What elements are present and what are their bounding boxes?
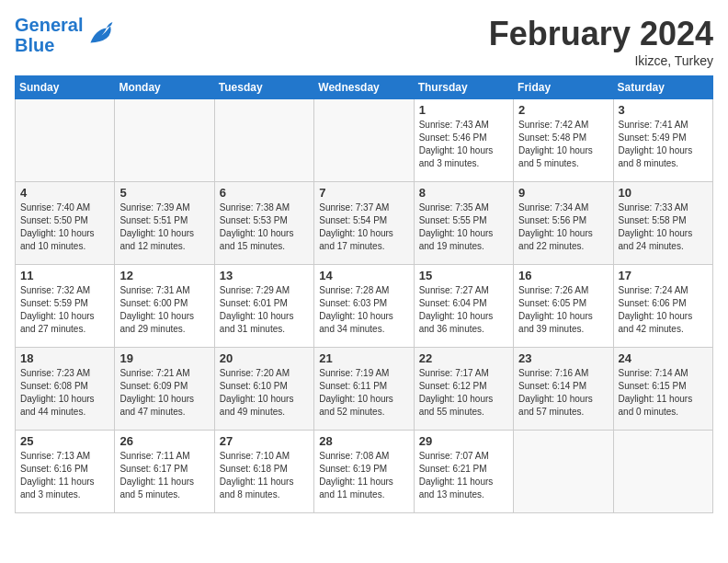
- weekday-header-friday: Friday: [514, 76, 613, 99]
- day-info: Sunrise: 7:37 AM Sunset: 5:54 PM Dayligh…: [319, 201, 408, 253]
- logo-blue: Blue: [15, 35, 83, 55]
- day-number: 4: [20, 186, 109, 200]
- day-number: 3: [619, 103, 708, 117]
- calendar-cell: [514, 431, 613, 513]
- weekday-header-saturday: Saturday: [613, 76, 712, 99]
- day-number: 8: [419, 186, 508, 200]
- day-info: Sunrise: 7:13 AM Sunset: 6:16 PM Dayligh…: [20, 450, 109, 501]
- day-number: 28: [319, 434, 408, 448]
- day-info: Sunrise: 7:14 AM Sunset: 6:15 PM Dayligh…: [619, 367, 708, 419]
- day-info: Sunrise: 7:17 AM Sunset: 6:12 PM Dayligh…: [419, 367, 508, 419]
- logo-bird-icon: [85, 22, 114, 48]
- calendar-cell: 4Sunrise: 7:40 AM Sunset: 5:50 PM Daylig…: [16, 182, 115, 265]
- day-info: Sunrise: 7:23 AM Sunset: 6:08 PM Dayligh…: [20, 367, 109, 419]
- calendar-week-row: 18Sunrise: 7:23 AM Sunset: 6:08 PM Dayli…: [16, 348, 713, 431]
- calendar-cell: [613, 431, 712, 513]
- calendar-week-row: 1Sunrise: 7:43 AM Sunset: 5:46 PM Daylig…: [16, 99, 713, 182]
- calendar-week-row: 11Sunrise: 7:32 AM Sunset: 5:59 PM Dayli…: [16, 265, 713, 348]
- calendar-week-row: 25Sunrise: 7:13 AM Sunset: 6:16 PM Dayli…: [16, 431, 713, 513]
- day-number: 9: [518, 186, 608, 200]
- day-number: 15: [419, 269, 508, 282]
- calendar-cell: 17Sunrise: 7:24 AM Sunset: 6:06 PM Dayli…: [613, 265, 712, 348]
- calendar-cell: 7Sunrise: 7:37 AM Sunset: 5:54 PM Daylig…: [314, 182, 414, 265]
- month-title: February 2024: [489, 15, 713, 53]
- day-number: 11: [20, 269, 109, 282]
- day-info: Sunrise: 7:20 AM Sunset: 6:10 PM Dayligh…: [220, 367, 309, 419]
- day-info: Sunrise: 7:32 AM Sunset: 5:59 PM Dayligh…: [20, 284, 109, 336]
- day-number: 2: [518, 103, 608, 117]
- calendar-cell: 5Sunrise: 7:39 AM Sunset: 5:51 PM Daylig…: [115, 182, 214, 265]
- calendar-cell: 27Sunrise: 7:10 AM Sunset: 6:18 PM Dayli…: [214, 431, 313, 513]
- calendar-table: SundayMondayTuesdayWednesdayThursdayFrid…: [15, 75, 713, 513]
- calendar-cell: 21Sunrise: 7:19 AM Sunset: 6:11 PM Dayli…: [314, 348, 414, 431]
- day-info: Sunrise: 7:34 AM Sunset: 5:56 PM Dayligh…: [518, 201, 608, 253]
- day-info: Sunrise: 7:40 AM Sunset: 5:50 PM Dayligh…: [20, 201, 109, 253]
- weekday-header-sunday: Sunday: [16, 76, 115, 99]
- calendar-week-row: 4Sunrise: 7:40 AM Sunset: 5:50 PM Daylig…: [16, 182, 713, 265]
- weekday-header-monday: Monday: [115, 76, 214, 99]
- day-number: 10: [619, 186, 708, 200]
- location-text: Ikizce, Turkey: [489, 53, 713, 68]
- day-info: Sunrise: 7:41 AM Sunset: 5:49 PM Dayligh…: [619, 119, 708, 170]
- day-number: 24: [619, 351, 708, 365]
- day-number: 16: [518, 269, 608, 282]
- calendar-cell: 11Sunrise: 7:32 AM Sunset: 5:59 PM Dayli…: [16, 265, 115, 348]
- calendar-cell: [214, 99, 313, 182]
- day-info: Sunrise: 7:08 AM Sunset: 6:19 PM Dayligh…: [319, 450, 408, 501]
- day-number: 29: [419, 434, 508, 448]
- day-info: Sunrise: 7:10 AM Sunset: 6:18 PM Dayligh…: [220, 450, 309, 501]
- weekday-header-tuesday: Tuesday: [214, 76, 313, 99]
- day-number: 27: [220, 434, 309, 448]
- day-number: 13: [220, 269, 309, 282]
- day-info: Sunrise: 7:24 AM Sunset: 6:06 PM Dayligh…: [619, 284, 708, 336]
- day-number: 20: [220, 351, 309, 365]
- day-number: 18: [20, 351, 109, 365]
- day-number: 21: [319, 351, 408, 365]
- calendar-cell: 15Sunrise: 7:27 AM Sunset: 6:04 PM Dayli…: [414, 265, 513, 348]
- calendar-cell: 2Sunrise: 7:42 AM Sunset: 5:48 PM Daylig…: [514, 99, 613, 182]
- calendar-cell: 13Sunrise: 7:29 AM Sunset: 6:01 PM Dayli…: [214, 265, 313, 348]
- calendar-cell: 10Sunrise: 7:33 AM Sunset: 5:58 PM Dayli…: [613, 182, 712, 265]
- calendar-cell: 12Sunrise: 7:31 AM Sunset: 6:00 PM Dayli…: [115, 265, 214, 348]
- logo: General Blue: [15, 15, 114, 55]
- day-number: 14: [319, 269, 408, 282]
- day-info: Sunrise: 7:27 AM Sunset: 6:04 PM Dayligh…: [419, 284, 508, 336]
- day-info: Sunrise: 7:31 AM Sunset: 6:00 PM Dayligh…: [119, 284, 209, 336]
- day-info: Sunrise: 7:29 AM Sunset: 6:01 PM Dayligh…: [220, 284, 309, 336]
- calendar-cell: 3Sunrise: 7:41 AM Sunset: 5:49 PM Daylig…: [613, 99, 712, 182]
- calendar-cell: 26Sunrise: 7:11 AM Sunset: 6:17 PM Dayli…: [115, 431, 214, 513]
- day-number: 19: [119, 351, 209, 365]
- weekday-header-thursday: Thursday: [414, 76, 513, 99]
- day-info: Sunrise: 7:38 AM Sunset: 5:53 PM Dayligh…: [220, 201, 309, 253]
- day-info: Sunrise: 7:19 AM Sunset: 6:11 PM Dayligh…: [319, 367, 408, 419]
- day-number: 6: [220, 186, 309, 200]
- day-number: 25: [20, 434, 109, 448]
- day-info: Sunrise: 7:33 AM Sunset: 5:58 PM Dayligh…: [619, 201, 708, 253]
- day-info: Sunrise: 7:28 AM Sunset: 6:03 PM Dayligh…: [319, 284, 408, 336]
- day-number: 12: [119, 269, 209, 282]
- calendar-cell: 19Sunrise: 7:21 AM Sunset: 6:09 PM Dayli…: [115, 348, 214, 431]
- day-number: 26: [119, 434, 209, 448]
- day-info: Sunrise: 7:07 AM Sunset: 6:21 PM Dayligh…: [419, 450, 508, 501]
- calendar-cell: 16Sunrise: 7:26 AM Sunset: 6:05 PM Dayli…: [514, 265, 613, 348]
- day-number: 17: [619, 269, 708, 282]
- calendar-cell: 9Sunrise: 7:34 AM Sunset: 5:56 PM Daylig…: [514, 182, 613, 265]
- day-info: Sunrise: 7:42 AM Sunset: 5:48 PM Dayligh…: [518, 119, 608, 170]
- day-number: 22: [419, 351, 508, 365]
- calendar-cell: 6Sunrise: 7:38 AM Sunset: 5:53 PM Daylig…: [214, 182, 313, 265]
- day-info: Sunrise: 7:39 AM Sunset: 5:51 PM Dayligh…: [119, 201, 209, 253]
- day-info: Sunrise: 7:43 AM Sunset: 5:46 PM Dayligh…: [419, 119, 508, 170]
- weekday-header-row: SundayMondayTuesdayWednesdayThursdayFrid…: [16, 76, 713, 99]
- calendar-cell: 23Sunrise: 7:16 AM Sunset: 6:14 PM Dayli…: [514, 348, 613, 431]
- day-info: Sunrise: 7:35 AM Sunset: 5:55 PM Dayligh…: [419, 201, 508, 253]
- calendar-cell: 24Sunrise: 7:14 AM Sunset: 6:15 PM Dayli…: [613, 348, 712, 431]
- weekday-header-wednesday: Wednesday: [314, 76, 414, 99]
- calendar-cell: 14Sunrise: 7:28 AM Sunset: 6:03 PM Dayli…: [314, 265, 414, 348]
- calendar-cell: [314, 99, 414, 182]
- calendar-cell: [115, 99, 214, 182]
- day-number: 7: [319, 186, 408, 200]
- day-info: Sunrise: 7:16 AM Sunset: 6:14 PM Dayligh…: [518, 367, 608, 419]
- day-info: Sunrise: 7:21 AM Sunset: 6:09 PM Dayligh…: [119, 367, 209, 419]
- logo-general: General: [15, 15, 83, 35]
- day-number: 1: [419, 103, 508, 117]
